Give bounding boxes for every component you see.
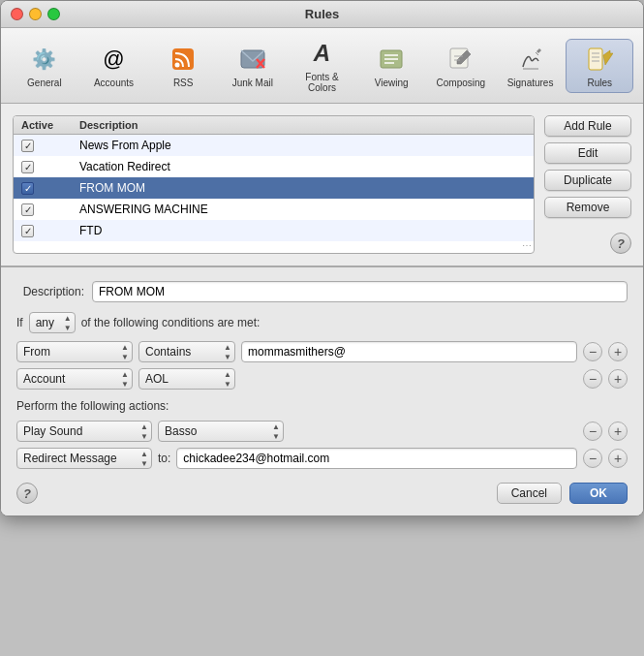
cond1-field-wrap: From To Subject Account ▲ ▼	[16, 341, 133, 362]
toolbar-label-rss: RSS	[173, 78, 194, 88]
active-cell	[21, 203, 70, 216]
action2-type-select[interactable]: Redirect Message Play Sound Move Message…	[16, 448, 152, 469]
composing-icon	[445, 44, 476, 75]
toolbar-item-composing[interactable]: Composing	[427, 40, 495, 92]
rule-description: Vacation Redirect	[79, 160, 526, 173]
action1-type-select[interactable]: Play Sound Redirect Message Move Message…	[16, 421, 152, 442]
toolbar-label-signatures: Signatures	[507, 78, 554, 88]
accounts-icon: @	[99, 44, 130, 75]
toolbar-item-fontscolors[interactable]: A Fonts & Colors	[289, 34, 356, 97]
window-title: Rules	[305, 7, 339, 21]
action1-param-wrap: Basso Blow Bottle Frog Funk ▲ ▼	[158, 421, 284, 442]
window-controls	[11, 8, 60, 20]
rule-description: FROM MOM	[79, 181, 526, 195]
if-condition-wrap: any all ▲ ▼	[29, 312, 76, 333]
cancel-button[interactable]: Cancel	[497, 483, 562, 504]
rule-checkbox[interactable]	[21, 140, 34, 152]
toolbar-item-accounts[interactable]: @ Accounts	[80, 40, 148, 92]
rules-list-container: Active Description News From Apple	[13, 115, 631, 254]
if-suffix: of the following conditions are met:	[81, 316, 261, 329]
rule-checkbox[interactable]	[21, 203, 34, 216]
toolbar-label-composing: Composing	[437, 78, 486, 88]
cond1-field-select[interactable]: From To Subject Account	[16, 341, 133, 362]
cond1-value-input[interactable]	[241, 341, 577, 362]
toolbar-label-fontscolors: Fonts & Colors	[294, 72, 351, 93]
description-label: Description:	[16, 285, 84, 298]
close-button[interactable]	[11, 8, 23, 20]
action2-type-wrap: Redirect Message Play Sound Move Message…	[16, 448, 152, 469]
table-row[interactable]: ANSWERING MACHINE	[14, 199, 534, 220]
main-window: Rules ⚙️ General @ Accounts RSS	[0, 0, 644, 516]
active-cell	[21, 161, 70, 173]
signatures-icon	[515, 44, 546, 75]
action2-add-button[interactable]: +	[608, 449, 628, 468]
bottom-bar: ? Cancel OK	[16, 475, 628, 504]
action2-remove-button[interactable]: −	[583, 449, 602, 468]
toolbar-label-viewing: Viewing	[375, 78, 409, 88]
table-row[interactable]: News From Apple	[14, 135, 534, 156]
toolbar: ⚙️ General @ Accounts RSS	[1, 28, 643, 104]
toolbar-item-rules[interactable]: Rules	[566, 39, 633, 93]
add-rule-button[interactable]: Add Rule	[544, 115, 631, 137]
action-row-2: Redirect Message Play Sound Move Message…	[16, 448, 628, 469]
action1-param-select[interactable]: Basso Blow Bottle Frog Funk	[158, 421, 284, 442]
rules-table-header: Active Description	[14, 116, 534, 135]
action1-type-wrap: Play Sound Redirect Message Move Message…	[16, 421, 152, 442]
maximize-button[interactable]	[47, 8, 60, 20]
svg-rect-12	[589, 48, 602, 70]
remove-button[interactable]: Remove	[544, 197, 631, 218]
description-input[interactable]	[92, 281, 628, 302]
table-row[interactable]: FTD	[14, 220, 534, 241]
cond1-add-button[interactable]: +	[608, 342, 628, 361]
action1-add-button[interactable]: +	[608, 422, 628, 441]
rule-description: ANSWERING MACHINE	[79, 203, 526, 216]
description-row: Description:	[16, 281, 628, 302]
cond1-op-select[interactable]: Contains Does not contain Is equal to	[138, 341, 235, 362]
viewing-icon	[376, 44, 407, 75]
rule-checkbox[interactable]	[21, 161, 34, 173]
rules-table: Active Description News From Apple	[13, 115, 535, 254]
toolbar-item-viewing[interactable]: Viewing	[357, 40, 425, 92]
active-cell	[21, 225, 70, 237]
if-label: If	[16, 316, 23, 329]
cond2-field-select[interactable]: Account From To Subject	[16, 368, 133, 390]
active-cell	[21, 140, 70, 152]
table-row[interactable]: FROM MOM	[14, 177, 534, 199]
action1-remove-button[interactable]: −	[583, 422, 602, 441]
minimize-button[interactable]	[29, 8, 42, 20]
toolbar-item-rss[interactable]: RSS	[149, 40, 217, 92]
cond2-op-wrap: AOL Gmail Yahoo ▲ ▼	[138, 368, 235, 390]
action2-email-input[interactable]	[176, 448, 577, 469]
toolbar-item-general[interactable]: ⚙️ General	[11, 40, 78, 92]
svg-point-1	[175, 62, 180, 67]
toolbar-item-signatures[interactable]: Signatures	[497, 40, 565, 92]
toolbar-item-junkmail[interactable]: Junk Mail	[219, 40, 287, 92]
toolbar-label-junkmail: Junk Mail	[232, 78, 273, 88]
header-active: Active	[21, 119, 70, 131]
rule-checkbox[interactable]	[21, 225, 34, 237]
action-row-1: Play Sound Redirect Message Move Message…	[16, 421, 628, 442]
rules-icon	[584, 44, 615, 75]
junkmail-icon	[237, 44, 268, 75]
detail-help-button[interactable]: ?	[16, 483, 38, 504]
rule-description: FTD	[79, 224, 526, 237]
cond1-remove-button[interactable]: −	[583, 342, 602, 361]
fontscolors-icon: A	[307, 38, 338, 69]
rules-actions: Add Rule Edit Duplicate Remove ?	[544, 115, 631, 254]
help-button[interactable]: ?	[610, 233, 631, 254]
cond2-remove-button[interactable]: −	[583, 369, 602, 389]
if-condition-select[interactable]: any all	[29, 312, 76, 333]
rules-table-body: News From Apple Vacation Redirect FROM M…	[14, 135, 534, 241]
ok-button[interactable]: OK	[569, 483, 628, 504]
if-row: If any all ▲ ▼ of the following conditio…	[16, 312, 628, 333]
edit-button[interactable]: Edit	[544, 142, 631, 164]
condition-row-1: From To Subject Account ▲ ▼ Contains Doe…	[16, 341, 628, 362]
cond2-add-button[interactable]: +	[608, 369, 628, 389]
duplicate-button[interactable]: Duplicate	[544, 170, 631, 191]
active-cell	[21, 182, 70, 195]
rss-icon	[168, 44, 199, 75]
rule-detail-panel: Description: If any all ▲ ▼ of the follo…	[1, 267, 643, 515]
rule-checkbox[interactable]	[21, 182, 34, 195]
table-row[interactable]: Vacation Redirect	[14, 156, 534, 177]
cond2-op-select[interactable]: AOL Gmail Yahoo	[138, 368, 235, 390]
